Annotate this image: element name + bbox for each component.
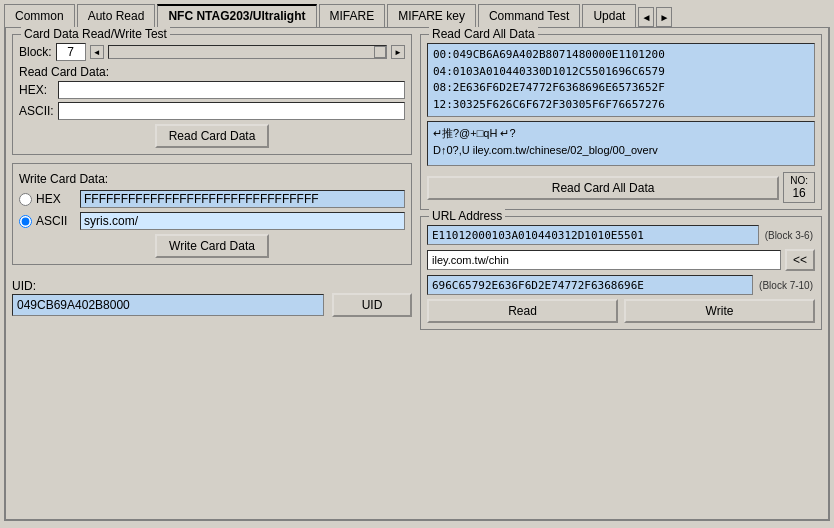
read-all-text-display: ↵推?@+□qH ↵? D↑0?,U iley.com.tw/chinese/0…	[427, 121, 815, 166]
block-row: Block: ◄ ►	[19, 43, 405, 61]
read-write-row: Read Write	[427, 299, 815, 323]
url-hex-field1: E11012000103A010440312D1010E5501	[427, 225, 759, 245]
uid-display: 049CB69A402B8000	[12, 294, 324, 316]
tab-auto-read[interactable]: Auto Read	[77, 4, 156, 27]
read-all-btn-row: Read Card All Data NO: 16	[427, 172, 815, 203]
url-double-arrow-btn[interactable]: <<	[785, 249, 815, 271]
left-panel: Card Data Read/Write Test Block: ◄ ► Rea…	[12, 34, 412, 513]
main-content: Card Data Read/Write Test Block: ◄ ► Rea…	[4, 27, 830, 521]
hex-field[interactable]	[58, 81, 405, 99]
ascii-radio[interactable]	[19, 215, 32, 228]
url-hex-field2: 696C65792E636F6D2E74772F6368696E	[427, 275, 753, 295]
card-data-group-label: Card Data Read/Write Test	[21, 27, 170, 41]
card-data-group: Card Data Read/Write Test Block: ◄ ► Rea…	[12, 34, 412, 155]
url-text-field[interactable]	[427, 250, 781, 270]
hex-radio[interactable]	[19, 193, 32, 206]
url-block-badge1: (Block 3-6)	[763, 230, 815, 241]
url-text-row: <<	[427, 249, 815, 271]
write-card-data-group: Write Card Data: HEX ASCII Write Card Da…	[12, 163, 412, 265]
tab-nfc-ntag[interactable]: NFC NTAG203/Ultralight	[157, 4, 316, 27]
uid-btn[interactable]: UID	[332, 293, 412, 317]
ascii-label: ASCII:	[19, 104, 54, 118]
right-panel: Read Card All Data 00:049CB6A69A402B8071…	[420, 34, 822, 513]
slider-thumb	[374, 46, 386, 58]
tab-next-btn[interactable]: ►	[656, 7, 672, 27]
tab-mifare[interactable]: MIFARE	[319, 4, 386, 27]
hex-label: HEX:	[19, 83, 54, 97]
block-spin-down[interactable]: ◄	[90, 45, 104, 59]
tab-updat[interactable]: Updat	[582, 4, 636, 27]
block-label: Block:	[19, 45, 52, 59]
url-read-btn[interactable]: Read	[427, 299, 618, 323]
ascii-field[interactable]	[58, 102, 405, 120]
read-card-data-btn-container: Read Card Data	[19, 124, 405, 148]
hex-radio-label: HEX	[36, 192, 76, 206]
no-value: 16	[792, 186, 805, 200]
hex-radio-row: HEX	[19, 190, 405, 208]
read-all-hex-display: 00:049CB6A69A402B8071480000E1101200 04:0…	[427, 43, 815, 117]
uid-section: UID: 049CB69A402B8000 UID	[12, 275, 412, 317]
tab-prev-btn[interactable]: ◄	[638, 7, 654, 27]
read-all-btn[interactable]: Read Card All Data	[427, 176, 779, 200]
read-all-group: Read Card All Data 00:049CB6A69A402B8071…	[420, 34, 822, 210]
tab-mifare-key[interactable]: MIFARE key	[387, 4, 476, 27]
read-card-data-label: Read Card Data:	[19, 65, 405, 79]
tab-common[interactable]: Common	[4, 4, 75, 27]
ascii-write-field[interactable]	[80, 212, 405, 230]
uid-row: 049CB69A402B8000 UID	[12, 293, 412, 317]
write-card-data-label: Write Card Data:	[19, 172, 405, 186]
uid-label-row: UID:	[12, 279, 412, 293]
ascii-radio-label: ASCII	[36, 214, 76, 228]
block-spin-up[interactable]: ►	[391, 45, 405, 59]
block-slider[interactable]	[108, 45, 387, 59]
url-write-btn[interactable]: Write	[624, 299, 815, 323]
no-label: NO:	[790, 175, 808, 186]
url-address-group: URL Address E11012000103A010440312D1010E…	[420, 216, 822, 330]
tab-bar: Common Auto Read NFC NTAG203/Ultralight …	[0, 0, 834, 27]
uid-label: UID:	[12, 279, 36, 293]
hex-row: HEX:	[19, 81, 405, 99]
url-address-label: URL Address	[429, 209, 505, 223]
hex-write-field[interactable]	[80, 190, 405, 208]
url-hex-row1: E11012000103A010440312D1010E5501 (Block …	[427, 225, 815, 245]
ascii-radio-row: ASCII	[19, 212, 405, 230]
read-all-group-label: Read Card All Data	[429, 27, 538, 41]
url-block-badge2: (Block 7-10)	[757, 280, 815, 291]
write-card-data-btn-container: Write Card Data	[19, 234, 405, 258]
tab-command-test[interactable]: Command Test	[478, 4, 580, 27]
ascii-row: ASCII:	[19, 102, 405, 120]
block-input[interactable]	[56, 43, 86, 61]
write-card-data-btn[interactable]: Write Card Data	[155, 234, 269, 258]
no-box: NO: 16	[783, 172, 815, 203]
read-all-text-line2: D↑0?,U iley.com.tw/chinese/02_blog/00_ov…	[433, 142, 809, 159]
read-card-data-btn[interactable]: Read Card Data	[155, 124, 270, 148]
read-all-text-line1: ↵推?@+□qH ↵?	[433, 125, 809, 142]
url-hex-row2: 696C65792E636F6D2E74772F6368696E (Block …	[427, 275, 815, 295]
